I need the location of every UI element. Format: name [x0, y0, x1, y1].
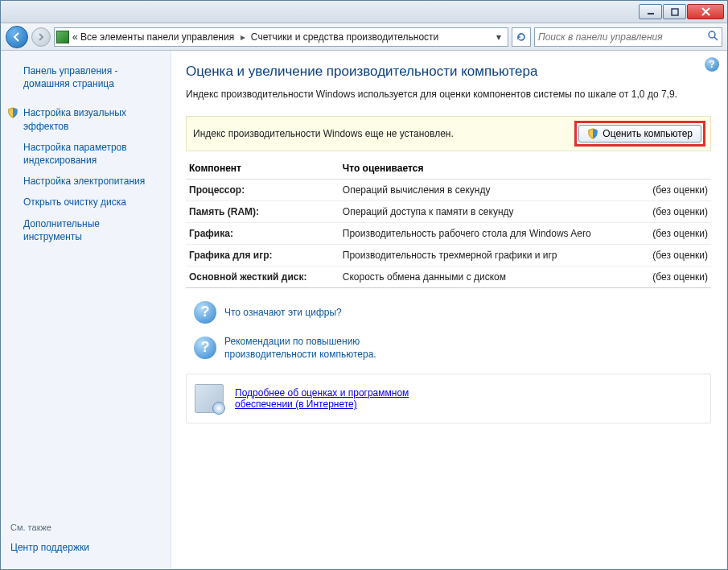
chevron-right-icon: ▸	[241, 31, 245, 43]
cell-component: Графика:	[186, 222, 339, 244]
link-perf-recommendations[interactable]: Рекомендации по повышению производительн…	[224, 335, 434, 361]
rate-highlight: Оценить компьютер	[574, 121, 705, 147]
sidebar-item-label: Настройка параметров индексирования	[23, 142, 127, 166]
page-title: Оценка и увеличение производительности к…	[186, 64, 711, 80]
software-icon	[195, 384, 224, 413]
col-what: Что оценивается	[339, 158, 639, 180]
col-component: Компонент	[186, 158, 339, 180]
sidebar-item-indexing[interactable]: Настройка параметров индексирования	[9, 137, 162, 171]
search-icon[interactable]	[707, 30, 718, 43]
cell-score: (без оценки)	[639, 200, 711, 222]
sidebar-item-label: Открыть очистку диска	[23, 196, 126, 208]
back-button[interactable]	[6, 26, 28, 48]
forward-button[interactable]	[31, 27, 51, 47]
cell-score: (без оценки)	[639, 266, 711, 287]
sidebar: Панель управления - домашняя страница На…	[1, 51, 171, 569]
question-icon: ?	[194, 301, 216, 324]
cell-component: Память (RAM):	[186, 200, 339, 222]
breadcrumb-level2[interactable]: Счетчики и средства производительности	[251, 31, 438, 43]
address-dropdown[interactable]: ▾	[492, 28, 506, 46]
close-button[interactable]	[687, 4, 724, 19]
sidebar-item-label: Дополнительные инструменты	[23, 218, 100, 242]
search-box[interactable]	[534, 27, 722, 47]
sidebar-home-link[interactable]: Панель управления - домашняя страница	[9, 60, 162, 94]
titlebar	[1, 1, 727, 23]
refresh-button[interactable]	[512, 27, 531, 47]
see-also-heading: См. также	[9, 520, 162, 537]
table-row: Процессор:Операций вычисления в секунду(…	[186, 179, 711, 200]
svg-line-5	[714, 37, 718, 40]
cell-score: (без оценки)	[639, 244, 711, 266]
link-what-numbers-mean[interactable]: Что означают эти цифры?	[224, 306, 342, 319]
sidebar-item-label: Настройка визуальных эффектов	[23, 107, 126, 131]
sidebar-item-power[interactable]: Настройка электропитания	[9, 171, 162, 192]
table-row: Графика:Производительность рабочего стол…	[186, 222, 711, 244]
control-panel-icon	[56, 31, 69, 43]
intro-text: Индекс производительности Windows исполь…	[186, 88, 701, 101]
alert-text: Индекс производительности Windows еще не…	[193, 128, 574, 139]
see-also-action-center[interactable]: Центр поддержки	[9, 537, 162, 558]
shield-icon	[7, 107, 19, 118]
cell-component: Основной жесткий диск:	[186, 266, 339, 287]
software-box: Подробнее об оценках и программном обесп…	[186, 374, 711, 423]
components-table: Компонент Что оценивается Процессор:Опер…	[186, 158, 711, 288]
cell-what: Скорость обмена данными с диском	[339, 266, 639, 287]
cell-what: Операций доступа к памяти в секунду	[339, 200, 639, 222]
shield-icon	[587, 128, 598, 139]
rate-button-label: Оценить компьютер	[603, 128, 693, 139]
cell-what: Операций вычисления в секунду	[339, 179, 639, 200]
sidebar-item-label: Настройка электропитания	[23, 176, 145, 187]
cell-what: Производительность трехмерной графики и …	[339, 244, 639, 266]
cell-component: Графика для игр:	[186, 244, 339, 266]
question-icon: ?	[194, 337, 216, 359]
sidebar-item-visual-effects[interactable]: Настройка визуальных эффектов	[9, 102, 162, 136]
navbar: « Все элементы панели управления ▸ Счетч…	[1, 23, 727, 51]
table-row: Основной жесткий диск:Скорость обмена да…	[186, 266, 711, 287]
cell-score: (без оценки)	[639, 222, 711, 244]
svg-rect-1	[672, 9, 678, 15]
help-icon[interactable]: ?	[705, 57, 719, 72]
sidebar-item-disk-cleanup[interactable]: Открыть очистку диска	[9, 192, 162, 213]
sidebar-footer: См. также Центр поддержки	[9, 520, 162, 558]
table-row: Память (RAM):Операций доступа к памяти в…	[186, 200, 711, 222]
cell-what: Производительность рабочего стола для Wi…	[339, 222, 639, 244]
breadcrumb-prefix: «	[72, 31, 78, 43]
maximize-button[interactable]	[663, 4, 686, 19]
cell-component: Процессор:	[186, 179, 339, 200]
help-links: ? Что означают эти цифры? ? Рекомендации…	[186, 299, 711, 362]
svg-point-4	[709, 31, 715, 38]
body: Панель управления - домашняя страница На…	[1, 51, 727, 569]
control-panel-window: « Все элементы панели управления ▸ Счетч…	[0, 0, 728, 570]
col-score	[639, 158, 711, 180]
breadcrumb-level1[interactable]: Все элементы панели управления	[80, 31, 234, 43]
sidebar-item-tools[interactable]: Дополнительные инструменты	[9, 213, 162, 247]
link-software-online[interactable]: Подробнее об оценках и программном обесп…	[235, 387, 428, 410]
cell-score: (без оценки)	[639, 179, 711, 200]
search-input[interactable]	[538, 31, 707, 43]
content: ? Оценка и увеличение производительности…	[171, 51, 727, 569]
alert-row: Индекс производительности Windows еще не…	[186, 116, 711, 151]
address-bar[interactable]: « Все элементы панели управления ▸ Счетч…	[54, 27, 508, 47]
table-row: Графика для игр:Производительность трехм…	[186, 244, 711, 266]
breadcrumb: « Все элементы панели управления ▸ Счетч…	[72, 31, 488, 43]
rate-computer-button[interactable]: Оценить компьютер	[578, 125, 701, 142]
minimize-button[interactable]	[639, 4, 662, 19]
